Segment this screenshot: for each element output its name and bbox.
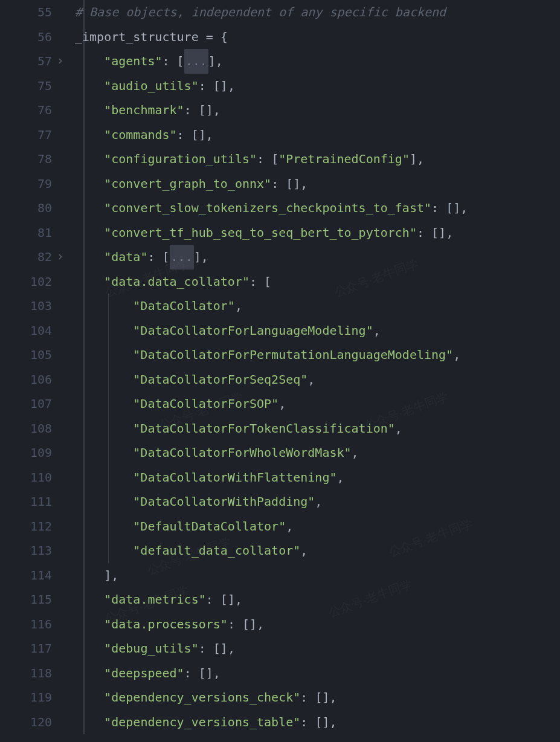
comma: , (300, 172, 307, 196)
code-line: "default_data_collator", (75, 538, 560, 563)
comma: , (373, 318, 381, 343)
list-item-string: "DataCollatorForLanguageModeling" (133, 318, 373, 343)
indent-guide (108, 514, 109, 539)
bracket-open: [ (163, 245, 170, 269)
line-number: 118 (30, 661, 68, 686)
colon: : (300, 685, 315, 710)
gutter-line: 110 (0, 465, 68, 490)
dict-key: "audio_utils" (104, 74, 199, 98)
code-line: "commands": [], (75, 123, 560, 147)
comma: , (257, 612, 264, 637)
empty-list: [] (199, 98, 213, 123)
gutter-line: 119 (0, 685, 68, 710)
list-item-string: "DataCollatorForTokenClassification" (133, 416, 394, 441)
gutter-line: 111 (0, 489, 68, 514)
dict-key: "convert_slow_tokenizers_checkpoints_to_… (104, 196, 431, 221)
line-number: 75 (37, 74, 68, 98)
comma: , (228, 74, 235, 98)
comma: , (111, 563, 118, 588)
dict-key: "data.data_collator" (104, 269, 249, 294)
fold-chevron-icon[interactable] (54, 251, 66, 263)
list-item-string: "DataCollatorForWholeWordMask" (133, 440, 351, 465)
colon: : (163, 49, 177, 74)
gutter-line: 109 (0, 440, 68, 465)
code-line: "data": [...], (75, 245, 560, 269)
line-number: 115 (30, 587, 68, 612)
bracket-open: [ (271, 147, 278, 172)
list-item-string: "DataCollatorForSeq2Seq" (133, 367, 307, 392)
gutter-line: 79 (0, 172, 68, 196)
code-line: "DataCollatorForPermutationLanguageModel… (75, 343, 560, 367)
code-area[interactable]: # Base objects, independent of any speci… (72, 0, 560, 734)
colon: : (257, 147, 271, 172)
code-line: "DefaultDataCollator", (75, 514, 560, 539)
comma: , (453, 343, 460, 367)
colon: : (206, 587, 220, 612)
comma: , (216, 49, 223, 74)
gutter-line: 81 (0, 221, 68, 245)
indent-guide (108, 440, 109, 465)
dict-key: "agents" (104, 49, 162, 74)
empty-list: [] (286, 172, 300, 196)
comma: , (235, 294, 242, 318)
empty-list: [] (315, 685, 329, 710)
comma: , (206, 123, 213, 147)
gutter-line: 104 (0, 318, 68, 343)
line-number: 108 (30, 416, 68, 441)
list-item-string: "DataCollator" (133, 294, 235, 318)
gutter-line: 75 (0, 74, 68, 98)
colon: : (177, 123, 191, 147)
code-line: "configuration_utils": ["PretrainedConfi… (75, 147, 560, 172)
indent-guide (108, 294, 109, 318)
line-number: 106 (30, 367, 68, 392)
folded-marker[interactable]: ... (184, 49, 208, 74)
colon: : (199, 636, 213, 661)
folded-marker[interactable]: ... (170, 245, 194, 269)
colon: : (184, 98, 199, 123)
colon: : (199, 74, 213, 98)
fold-chevron-icon[interactable] (54, 55, 66, 67)
gutter-line: 107 (0, 392, 68, 416)
dict-key: "data" (104, 245, 147, 269)
dict-key: "dependency_versions_check" (104, 685, 300, 710)
code-line: "benchmark": [], (75, 98, 560, 123)
bracket-close: ] (194, 245, 201, 269)
colon: : (271, 172, 286, 196)
colon: : (147, 245, 162, 269)
gutter-line: 80 (0, 196, 68, 221)
line-number: 56 (37, 25, 68, 50)
comma: , (300, 538, 307, 563)
code-line: "DataCollatorForTokenClassification", (75, 416, 560, 441)
code-line: "convert_slow_tokenizers_checkpoints_to_… (75, 196, 560, 221)
comma: , (460, 196, 468, 221)
list-item-string: "default_data_collator" (133, 538, 300, 563)
gutter-line: 114 (0, 563, 68, 588)
colon: : (184, 661, 199, 686)
gutter-line: 117 (0, 636, 68, 661)
line-number: 110 (30, 465, 68, 490)
code-line: "dependency_versions_check": [], (75, 685, 560, 710)
comma: , (329, 710, 336, 735)
code-line: "data.data_collator": [ (75, 269, 560, 294)
indent-guide (108, 367, 109, 392)
colon: : (417, 221, 431, 245)
colon: : (431, 196, 446, 221)
line-number: 102 (30, 269, 68, 294)
gutter-line: 112 (0, 514, 68, 539)
comma: , (213, 98, 220, 123)
gutter-line: 120 (0, 710, 68, 735)
comma: , (213, 661, 220, 686)
gutter-line: 76 (0, 98, 68, 123)
gutter-line: 115 (0, 587, 68, 612)
code-comment: # Base objects, independent of any speci… (75, 0, 446, 25)
dict-key: "convert_tf_hub_seq_to_seq_bert_to_pytor… (104, 221, 417, 245)
gutter-line: 108 (0, 416, 68, 441)
variable-name: _import_structure (75, 25, 206, 50)
line-number: 112 (30, 514, 68, 539)
comma: , (235, 587, 242, 612)
code-line: "convert_graph_to_onnx": [], (75, 172, 560, 196)
comma: , (417, 147, 424, 172)
code-line: "DataCollatorWithPadding", (75, 489, 560, 514)
comma: , (278, 392, 286, 416)
colon: : (300, 710, 315, 735)
